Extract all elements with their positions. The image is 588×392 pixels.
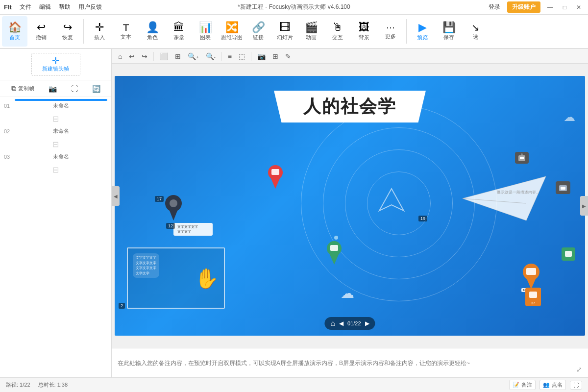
upgrade-button[interactable]: 升级账户 — [507, 1, 540, 13]
slide-nav-prev-btn[interactable]: ◀ — [339, 320, 343, 327]
toolbar-sep-1 — [83, 19, 84, 44]
notes-icon: 📝 — [513, 382, 519, 388]
canvas-redo-btn[interactable]: ↪ — [139, 51, 150, 61]
svg-point-6 — [170, 199, 177, 207]
svg-marker-5 — [169, 208, 178, 220]
canvas-frame2-btn[interactable]: ⊞ — [172, 51, 183, 61]
slide-thumb-1[interactable]: 人的社会学 A ✈ — [15, 99, 107, 101]
slide-label-1: 未命名 — [15, 102, 107, 109]
role-icon: 👤 — [146, 22, 159, 33]
right-collapse-button[interactable]: ▶ — [580, 196, 588, 216]
toolbar-save[interactable]: 💾 保存 — [436, 16, 462, 47]
slide-nav-home-btn[interactable]: ⌂ — [330, 319, 335, 328]
slide-nav-next-btn[interactable]: ▶ — [365, 320, 369, 327]
orange-icon-br: 37 — [525, 288, 541, 306]
green-pin — [325, 240, 343, 266]
svg-rect-22 — [529, 292, 537, 298]
canvas-zoom-in-btn[interactable]: 🔍+ — [185, 51, 201, 61]
drag-handle-1[interactable]: ⊟ — [4, 113, 107, 124]
toolbar-mindmap[interactable]: 🔀 思维导图 — [219, 16, 245, 47]
titlebar: FIt 文件 编辑 帮助 用户反馈 *新建工程 - Focusky动画演示大师 … — [0, 0, 588, 15]
toolbar-more[interactable]: ⋯ 更多 — [378, 16, 403, 47]
toolbar-role[interactable]: 👤 角色 — [140, 16, 165, 47]
titlebar-right: 登录 升级账户 — □ ✕ — [486, 1, 584, 13]
menu-feedback[interactable]: 用户反馈 — [76, 2, 104, 12]
canvas-viewport[interactable]: ▶ 人的社会学 — [112, 64, 588, 348]
close-button[interactable]: ✕ — [573, 3, 584, 12]
app-logo: FIt — [4, 3, 12, 11]
canvas-grid-btn[interactable]: ⊞ — [270, 51, 281, 61]
points-button[interactable]: 👥 点名 — [539, 380, 566, 390]
svg-rect-17 — [520, 157, 524, 159]
maximize-button[interactable]: □ — [560, 3, 569, 12]
text-icon: T — [123, 23, 129, 32]
menu-help[interactable]: 帮助 — [57, 2, 73, 12]
notes-button[interactable]: 📝 备注 — [509, 380, 536, 390]
login-button[interactable]: 登录 — [486, 2, 503, 12]
more-icon: ⋯ — [386, 23, 395, 32]
svg-text:展示这是一段描述内容...: 展示这是一段描述内容... — [497, 190, 539, 195]
toolbar-home[interactable]: 🏠 首页 — [2, 16, 27, 47]
canvas-home-btn[interactable]: ⌂ — [116, 51, 124, 61]
canvas-photo-btn[interactable]: 📷 — [255, 51, 268, 61]
preview-icon: ▶ — [418, 22, 427, 33]
canvas-align-btn[interactable]: ≡ — [225, 51, 234, 61]
toolbar-undo[interactable]: ↩ 撤销 — [28, 16, 54, 47]
drag-handle-3[interactable]: ⊟ — [4, 164, 107, 175]
toolbar-select[interactable]: ↘ 选 — [463, 16, 488, 47]
robot-top-right — [515, 152, 529, 164]
camera-tool[interactable]: 📷 — [46, 84, 60, 94]
interact-icon: 🖱 — [332, 22, 343, 33]
toolbar-text[interactable]: T 文本 — [113, 16, 139, 47]
toolbar-interact[interactable]: 🖱 交互 — [325, 16, 350, 47]
toolbar-insert[interactable]: ✛ 插入 — [87, 16, 112, 47]
slide-thumb-3[interactable]: 关于人的社会学 文字文字文字文字文字文字文字文字文字 — [15, 150, 107, 152]
toolbar-chart[interactable]: 📊 图表 — [193, 16, 218, 47]
class-icon: 🏛 — [173, 22, 184, 33]
new-slide-button[interactable]: ✛ 新建镜头帧 — [31, 53, 80, 76]
toolbar-bg[interactable]: 🖼 背景 — [351, 16, 377, 47]
canvas-align2-btn[interactable]: ⬚ — [236, 51, 247, 61]
cloud-top-right: ☁ — [564, 110, 575, 124]
toolbar-class[interactable]: 🏛 课堂 — [166, 16, 192, 47]
minimize-button[interactable]: — — [544, 3, 556, 12]
canvas-pen-btn[interactable]: ✎ — [283, 51, 294, 61]
toolbar-preview[interactable]: ▶ 预览 — [410, 16, 435, 47]
toolbar-redo[interactable]: ↪ 恢复 — [55, 16, 80, 47]
slide-thumb-2[interactable]: ✋ 文字文字文字文字文字文字文字文字文字文字文字 — [15, 124, 107, 126]
drag-handle-2[interactable]: ⊟ — [4, 139, 107, 150]
svg-rect-12 — [330, 245, 338, 251]
canvas-frame-btn[interactable]: ⬜ — [157, 51, 171, 61]
statusbar-right: 📝 备注 👥 点名 ⛶ — [509, 380, 582, 390]
menu-edit[interactable]: 编辑 — [37, 2, 53, 12]
notes-input[interactable] — [118, 360, 582, 367]
toolbar-slide[interactable]: 🎞 幻灯片 — [272, 16, 297, 47]
robot-left — [556, 181, 570, 194]
fit-tool[interactable]: ⛶ — [68, 84, 81, 94]
expand-icon[interactable]: ⤢ — [576, 366, 582, 373]
home-icon: 🏠 — [8, 22, 22, 33]
slide-list: 01 人的社会学 A ✈ 未命名 ⊟ 02 — [0, 97, 111, 377]
left-collapse-button[interactable]: ◀ — [112, 186, 120, 206]
slide-item-wrap-2: ✋ 文字文字文字文字文字文字文字文字文字文字文字 未命名 — [15, 124, 107, 135]
copy-frame-tool[interactable]: ⧉ 复制帧 — [8, 83, 37, 94]
camera-icon: 📷 — [49, 85, 57, 93]
small-robot — [562, 247, 575, 261]
canvas-undo-btn[interactable]: ↩ — [126, 51, 137, 61]
slide-panel: ✛ 新建镜头帧 ⧉ 复制帧 📷 ⛶ 🔄 01 — [0, 49, 112, 377]
canvas-zoom-out-btn[interactable]: 🔍- — [203, 51, 218, 61]
hand-frame: ✋ 文字文字文字文字文字文字文字文字文字文字文字 — [127, 247, 225, 309]
copy-icon: ⧉ — [11, 84, 16, 93]
bg-icon: 🖼 — [359, 22, 369, 33]
dark-pin — [164, 194, 183, 222]
slide-num-3: 03 — [4, 154, 12, 160]
pin-text-box: 文字文字文字文字文字 — [173, 223, 213, 236]
insert-icon: ✛ — [95, 22, 104, 33]
canvas-toolbar: ⌂ ↩ ↪ ⬜ ⊞ 🔍+ 🔍- ≡ ⬚ 📷 ⊞ ✎ — [112, 49, 588, 64]
loop-tool[interactable]: 🔄 — [89, 84, 103, 94]
slide-item-3: 03 关于人的社会学 文字文字文字文字文字文字文字文字文字 未命名 — [4, 150, 107, 160]
menu-file[interactable]: 文件 — [18, 2, 33, 12]
fullscreen-button[interactable]: ⛶ — [570, 381, 582, 390]
toolbar-animation[interactable]: 🎬 动画 — [298, 16, 324, 47]
toolbar-link[interactable]: 🔗 链接 — [245, 16, 271, 47]
